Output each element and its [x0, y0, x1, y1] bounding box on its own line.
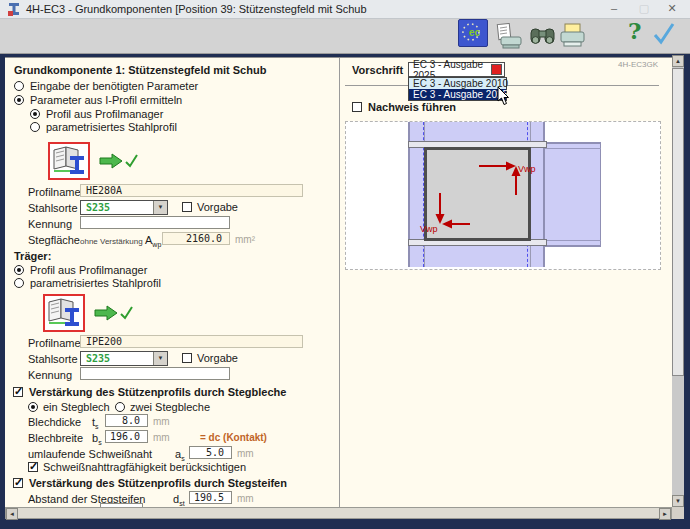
dropdown-red-button[interactable]: [491, 64, 502, 75]
radio-beam-parametrisiert-label[interactable]: parametrisiertes Stahlprofil: [30, 277, 161, 289]
nachweis-label[interactable]: Nachweis führen: [368, 101, 456, 113]
toolbar: ec ?: [0, 19, 690, 54]
radio-column-profilmanager-label[interactable]: Profil aus Profilmanager: [46, 108, 163, 120]
vorschrift-label: Vorschrift: [352, 64, 403, 76]
column-profilname-field[interactable]: HE280A: [80, 184, 303, 197]
svg-text:ec: ec: [469, 27, 481, 38]
mouse-cursor: [497, 87, 510, 106]
search-button[interactable]: [529, 23, 556, 51]
module-code-label: 4H-EC3GK: [618, 60, 658, 69]
eu-stars-icon: ec: [459, 20, 485, 44]
vwp-label-bottom: Vwp: [420, 224, 438, 234]
beam-kennung-label: Kennung: [28, 369, 72, 381]
stegsteifen-abstand-symbol: dst: [173, 493, 185, 507]
vorschrift-select[interactable]: EC 3 - Ausgabe 2025: [408, 62, 505, 77]
profile-book-icon: [45, 296, 83, 330]
scroll-left-button[interactable]: ◄: [6, 508, 18, 520]
document-printer-icon: [496, 23, 523, 49]
scrollbar-corner: [672, 507, 684, 519]
title-bar: 4H-EC3 - Grundkomponenten [Position 39: …: [0, 0, 690, 19]
schweissnaht-tragfaehigkeit-checkbox[interactable]: [28, 462, 38, 472]
dropdown-option-2010[interactable]: EC 3 - Ausgabe 2010: [409, 78, 506, 89]
horizontal-scrollbar[interactable]: ◄ ►: [5, 507, 672, 519]
stegflaeche-unit: mm²: [235, 234, 255, 245]
radio-eingabe-parameter[interactable]: [14, 81, 24, 91]
blechdicke-field[interactable]: 8.0: [105, 414, 148, 427]
blechdicke-unit: mm: [153, 416, 170, 427]
beam-vorgabe-label[interactable]: Vorgabe: [197, 352, 238, 364]
column-stahlsorte-label: Stahlsorte: [28, 202, 78, 214]
blechbreite-label: Blechbreite: [28, 432, 83, 444]
radio-zwei-stegbleche[interactable]: [115, 402, 125, 412]
blechbreite-field[interactable]: 196.0: [105, 430, 148, 443]
section-header: Grundkomponente 1: Stützenstegfeld mit S…: [14, 64, 266, 76]
radio-beam-profilmanager-label[interactable]: Profil aus Profilmanager: [30, 264, 147, 276]
minimize-button[interactable]: –: [602, 0, 626, 18]
connection-diagram: Vwp Vwp: [345, 121, 661, 270]
column-profilmanager-button[interactable]: [48, 142, 90, 180]
stegflaeche-field: 2160.0: [162, 232, 230, 245]
beam-profilmanager-button[interactable]: [43, 294, 85, 332]
radio-column-parametrisiert[interactable]: [30, 122, 40, 132]
radio-parameter-aus-iprofil-label[interactable]: Parameter aus I-Profil ermitteln: [30, 94, 182, 106]
dropdown-option-2025[interactable]: EC 3 - Ausgabe 2025: [409, 89, 506, 100]
column-stahlsorte-select[interactable]: S235 ▼: [80, 200, 168, 215]
help-button[interactable]: ?: [628, 17, 641, 44]
print-preview-button[interactable]: [496, 23, 523, 51]
beam-vorgabe-checkbox[interactable]: [182, 353, 192, 363]
vertical-scrollbar[interactable]: ▲ ▼: [672, 55, 684, 507]
schweissnaht-field[interactable]: 5.0: [189, 446, 232, 459]
column-profilname-label: Profilname: [28, 186, 81, 198]
confirm-button[interactable]: [652, 22, 676, 48]
stegflaeche-symbol: Awp: [145, 234, 161, 248]
beam-kennung-field[interactable]: [80, 367, 230, 380]
radio-beam-profilmanager[interactable]: [14, 265, 24, 275]
stegflaeche-sublabel: ohne Verstärkung: [80, 237, 143, 246]
print-button[interactable]: [559, 23, 586, 51]
vwp-label-top: Vwp: [518, 164, 536, 174]
radio-column-parametrisiert-label[interactable]: parametrisiertes Stahlprofil: [46, 121, 177, 133]
profile-book-icon: [50, 144, 88, 178]
beam-stahlsorte-select[interactable]: S235 ▼: [80, 351, 168, 366]
beam-profilname-label: Profilname: [28, 337, 81, 349]
stegsteifen-abstand-field[interactable]: 190.5: [189, 491, 232, 504]
column-vorgabe-checkbox[interactable]: [182, 202, 192, 212]
radio-eingabe-parameter-label[interactable]: Eingabe der benötigten Parameter: [30, 80, 198, 92]
scroll-down-button[interactable]: ▼: [672, 495, 684, 507]
stegflaeche-label: Stegfläche: [28, 234, 80, 246]
radio-ein-stegblech[interactable]: [28, 402, 38, 412]
panel-divider: [339, 58, 340, 508]
stegsteifen-title[interactable]: Verstärkung des Stützenprofils durch Ste…: [29, 477, 287, 489]
column-kennung-label: Kennung: [28, 218, 72, 230]
radio-beam-parametrisiert[interactable]: [14, 278, 24, 288]
nachweis-checkbox[interactable]: [352, 102, 362, 112]
vorschrift-dropdown-list: EC 3 - Ausgabe 2010 EC 3 - Ausgabe 2025: [408, 77, 507, 101]
scroll-up-button[interactable]: ▲: [672, 55, 684, 67]
chevron-down-icon[interactable]: ▼: [153, 201, 167, 214]
eurocode-button[interactable]: ec: [458, 19, 488, 47]
stegsteifen-abstand-unit: mm: [237, 493, 254, 504]
content-area: Grundkomponente 1: Stützenstegfeld mit S…: [5, 57, 672, 508]
column-vorgabe-label[interactable]: Vorgabe: [197, 201, 238, 213]
radio-zwei-stegbleche-label[interactable]: zwei Stegbleche: [130, 401, 210, 413]
schweissnaht-label: umlaufende Schweißnaht: [28, 448, 152, 460]
apply-arrow-check-icon: [99, 152, 139, 170]
stegbleche-title[interactable]: Verstärkung des Stützenprofils durch Ste…: [29, 386, 286, 398]
column-kennung-field[interactable]: [80, 216, 230, 229]
radio-column-profilmanager[interactable]: [30, 109, 40, 119]
app-window: 4H-EC3 - Grundkomponenten [Position 39: …: [0, 0, 690, 529]
scroll-right-button[interactable]: ►: [659, 508, 671, 520]
beam-profilname-field[interactable]: IPE200: [80, 335, 303, 348]
beam-stahlsorte-label: Stahlsorte: [28, 353, 78, 365]
blechdicke-label: Blechdicke: [28, 416, 81, 428]
radio-ein-stegblech-label[interactable]: ein Stegblech: [43, 401, 110, 413]
radio-parameter-aus-iprofil[interactable]: [14, 95, 24, 105]
apply-arrow-check-icon: [94, 304, 134, 322]
vertical-scrollbar-thumb[interactable]: [672, 68, 684, 376]
close-button[interactable]: ✕: [660, 0, 684, 18]
schweissnaht-tragfaehigkeit-label[interactable]: Schweißnahttragfähigkeit berücksichtigen: [43, 461, 246, 473]
blechdicke-symbol: ts: [92, 416, 99, 430]
stegbleche-checkbox[interactable]: [13, 387, 23, 397]
stegsteifen-checkbox[interactable]: [13, 478, 23, 488]
chevron-down-icon[interactable]: ▼: [153, 352, 167, 365]
